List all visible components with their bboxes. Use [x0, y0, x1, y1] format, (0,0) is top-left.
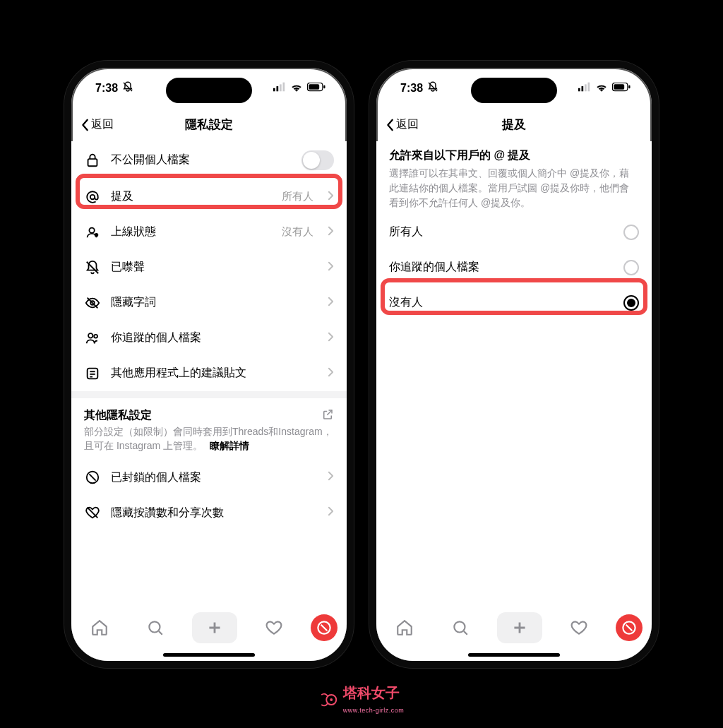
svg-rect-3 — [280, 84, 282, 91]
bell-off-icon — [427, 81, 438, 95]
home-indicator — [468, 653, 560, 657]
row-label: 上線狀態 — [111, 225, 272, 239]
option-everyone[interactable]: 所有人 — [376, 215, 652, 250]
option-label: 你追蹤的個人檔案 — [389, 260, 479, 275]
battery-icon — [307, 82, 325, 95]
svg-point-37 — [454, 621, 465, 632]
radio-icon — [623, 225, 639, 240]
svg-rect-7 — [323, 85, 325, 88]
tab-bar — [71, 604, 347, 661]
svg-point-16 — [94, 334, 97, 338]
tab-bar — [376, 604, 652, 661]
svg-rect-1 — [273, 88, 275, 91]
svg-line-25 — [159, 631, 162, 634]
row-online-status[interactable]: 上線狀態 沒有人 — [71, 215, 347, 250]
svg-rect-4 — [283, 82, 285, 91]
at-icon — [84, 189, 101, 205]
chevron-right-icon — [328, 261, 334, 274]
chevron-right-icon — [328, 367, 334, 380]
watermark: 塔科女子 www.tech-girlz.com — [319, 684, 405, 715]
lock-icon — [84, 152, 101, 169]
tab-compose[interactable] — [192, 612, 237, 643]
nav-bar: 返回 隱私設定 — [71, 109, 347, 141]
blocked-icon — [84, 469, 101, 486]
tab-search[interactable] — [441, 612, 479, 643]
content-area: 允許來自以下用戶的 @ 提及 選擇誰可以在其串文、回覆或個人簡介中 @提及你，藉… — [376, 141, 652, 604]
row-muted[interactable]: 已噤聲 — [71, 250, 347, 285]
tab-profile[interactable] — [616, 614, 643, 641]
status-time: 7:38 — [400, 82, 423, 95]
tab-activity[interactable] — [255, 612, 293, 643]
mentions-description: 選擇誰可以在其串文、回覆或個人簡介中 @提及你，藉此連結你的個人檔案。當用戶試圖… — [389, 166, 639, 210]
svg-rect-31 — [582, 86, 584, 91]
content-area: 不公開個人檔案 提及 所有人 上線狀態 沒有人 — [71, 141, 347, 604]
svg-rect-33 — [588, 82, 590, 91]
bell-off-icon — [122, 81, 133, 95]
row-label: 已噤聲 — [111, 260, 313, 275]
tab-profile[interactable] — [311, 614, 337, 641]
row-label: 已封鎖的個人檔案 — [111, 470, 313, 485]
tab-search[interactable] — [136, 612, 174, 643]
svg-point-9 — [90, 194, 95, 198]
tab-activity[interactable] — [560, 612, 598, 643]
svg-point-15 — [88, 333, 92, 338]
tab-home[interactable] — [80, 612, 119, 643]
dynamic-island — [166, 78, 252, 103]
bell-slash-icon — [84, 259, 101, 276]
back-button[interactable]: 返回 — [81, 117, 114, 132]
svg-rect-35 — [614, 84, 624, 89]
row-label: 其他應用程式上的建議貼文 — [111, 366, 313, 381]
svg-point-11 — [95, 232, 99, 237]
heart-slash-icon — [84, 504, 101, 521]
back-label: 返回 — [396, 117, 419, 132]
private-toggle[interactable] — [301, 150, 334, 170]
svg-line-22 — [89, 475, 95, 481]
watermark-url: www.tech-girlz.com — [343, 707, 405, 714]
svg-rect-36 — [628, 85, 630, 88]
tab-compose[interactable] — [497, 612, 542, 643]
chevron-right-icon — [328, 226, 334, 239]
home-indicator — [163, 653, 255, 657]
phone-left: 7:38 返回 隱私設定 — [64, 61, 354, 668]
option-noone[interactable]: 沒有人 — [376, 285, 652, 321]
row-label: 隱藏字詞 — [111, 295, 313, 310]
row-following[interactable]: 你追蹤的個人檔案 — [71, 321, 347, 356]
svg-rect-32 — [585, 84, 587, 91]
chevron-right-icon — [328, 506, 334, 519]
svg-point-43 — [330, 698, 333, 701]
row-hide-likes[interactable]: 隱藏按讚數和分享次數 — [71, 495, 347, 530]
option-following[interactable]: 你追蹤的個人檔案 — [376, 250, 652, 285]
cellular-icon — [578, 82, 591, 95]
mentions-heading: 允許來自以下用戶的 @ 提及 — [389, 148, 639, 163]
nav-bar: 返回 提及 — [376, 109, 652, 141]
row-label: 不公開個人檔案 — [111, 153, 292, 167]
row-label: 隱藏按讚數和分享次數 — [111, 506, 313, 520]
row-hidden-words[interactable]: 隱藏字詞 — [71, 285, 347, 321]
chevron-right-icon — [328, 471, 334, 484]
chevron-right-icon — [328, 332, 334, 345]
option-label: 沒有人 — [389, 295, 423, 310]
online-icon — [84, 224, 101, 241]
wifi-icon — [595, 82, 608, 95]
radio-icon — [623, 295, 639, 311]
watermark-icon — [319, 690, 339, 710]
row-suggestions[interactable]: 其他應用程式上的建議貼文 — [71, 356, 347, 391]
row-blocked[interactable]: 已封鎖的個人檔案 — [71, 460, 347, 495]
svg-point-24 — [149, 621, 160, 632]
external-link-icon[interactable] — [321, 408, 334, 424]
row-value: 所有人 — [282, 190, 313, 203]
chevron-right-icon — [328, 297, 334, 309]
svg-line-38 — [464, 631, 467, 634]
watermark-text: 塔科女子 — [343, 685, 400, 700]
cellular-icon — [273, 82, 286, 95]
section-divider — [71, 391, 347, 398]
learn-more-link[interactable]: 瞭解詳情 — [210, 440, 249, 451]
post-icon — [84, 365, 101, 382]
status-time: 7:38 — [95, 82, 118, 95]
row-label: 你追蹤的個人檔案 — [111, 330, 313, 345]
row-private-profile[interactable]: 不公開個人檔案 — [71, 141, 347, 179]
tab-home[interactable] — [386, 612, 424, 643]
svg-rect-6 — [309, 84, 319, 89]
back-button[interactable]: 返回 — [386, 117, 419, 132]
row-mentions[interactable]: 提及 所有人 — [71, 179, 347, 215]
